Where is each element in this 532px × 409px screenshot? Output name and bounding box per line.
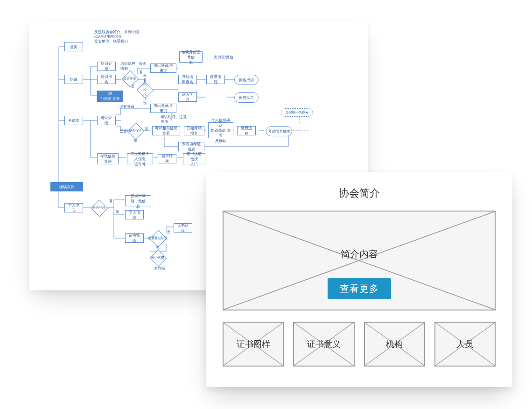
wireframe-sheet: 协会简介 简介内容 查看更多 证书图样 证书意义 机构 人员 — [206, 172, 512, 387]
exam-time-note: 考试时间、注意 事项 — [161, 115, 187, 124]
exam-show-result: 展示结果 — [158, 154, 176, 163]
training-signup: 培训报名 — [97, 75, 116, 84]
tile-org[interactable]: 机构 — [364, 322, 425, 367]
glyph-yes-1: 是 — [131, 84, 134, 89]
glyph-no-3: 否 — [109, 199, 112, 204]
glyph-yes-4: 是 — [167, 230, 170, 234]
tile-people[interactable]: 人员 — [434, 322, 496, 367]
note-top: 反洗钱协会简介、来到中国 ICAP证书的内容 监管单位、联系我们 — [94, 30, 139, 44]
exam-review: 查看填考证信息 — [178, 142, 204, 151]
tile-label: 人员 — [456, 338, 473, 350]
profile-cert-auth: 证书认证 — [174, 223, 192, 233]
glyph-yes-3: 是 — [116, 209, 119, 214]
profile-is-login: 是否登录 — [93, 202, 105, 213]
glyph-no-2: 否 — [145, 127, 148, 132]
training-enter-study: 进入学习 — [178, 92, 197, 102]
nav-training: 培训 — [64, 75, 83, 84]
nav-continuing: 继续教育 — [50, 182, 83, 191]
tile-label: 证书图样 — [237, 338, 270, 350]
profile-not-due: 未到期 — [154, 266, 165, 271]
training-popup-login: 弹出登录/注册页 — [150, 63, 176, 73]
tile-label: 机构 — [386, 338, 403, 350]
training-signup-ok: 报名成功 — [234, 75, 259, 85]
training-course-study: 课程学习 — [234, 92, 259, 103]
profile-is-cert: 是否通过认证 — [152, 233, 163, 244]
nav-profile: 个人中心 — [64, 203, 83, 212]
exam-serial: 生成唯一的序号 — [281, 108, 313, 117]
exam-has-signup: 是否报名 — [130, 125, 141, 136]
glyph-yes-2: 是 — [134, 138, 137, 143]
exam-verify-id: 二次验证个人信息 证件号 — [127, 153, 153, 164]
profile-need-renew: 是否续费 — [152, 252, 163, 263]
hero-label: 简介内容 — [341, 248, 378, 261]
exam-confirm: 个人信息确认 协议条款 查看 及确认 — [208, 122, 233, 138]
tile-cert-sample[interactable]: 证书图样 — [223, 322, 284, 367]
exam-not-logged: 没有登录 — [119, 105, 134, 109]
profile-cert-status: 证书状态 — [125, 233, 144, 243]
tile-cert-meaning[interactable]: 证书意义 — [293, 322, 354, 367]
training-start: 开始培训报名 — [178, 75, 197, 84]
tiles-row: 证书图样 证书意义 机构 人员 — [223, 322, 496, 367]
nav-home: 首页 — [64, 42, 83, 51]
training-intro: 培训介绍 — [97, 62, 116, 71]
exam-info-query: 考试信息查询 — [97, 153, 119, 164]
exam-info-view: 考试相关信息 查看 — [152, 126, 180, 135]
see-more-button[interactable]: 查看更多 — [328, 278, 391, 299]
tile-label: 证书意义 — [307, 338, 341, 350]
profile-info: 个人信息 — [125, 210, 144, 219]
training-pay-note: 支付宝/微信 — [214, 55, 233, 60]
exam-intro: 考试介绍 — [97, 116, 116, 125]
nav-exam: 考试页 — [64, 116, 83, 125]
exam-start-signup: 开始考试报名 — [184, 126, 204, 135]
exam-signup-ok: 考试报名成功 — [266, 126, 292, 136]
training-intro-note: 培训流程、报名 须知 — [120, 62, 147, 71]
training-is-login: 是否登录 — [124, 73, 135, 84]
hero-placeholder: 简介内容 查看更多 — [223, 211, 496, 310]
training-has-signed: 是否已经报过 功 — [139, 84, 150, 95]
wireframe-title: 协会简介 — [223, 186, 496, 200]
exam-popup-login: 弹出登录/注册页 — [150, 104, 176, 113]
training-mockexam: 模拟考试介绍 引流至 金事件 — [97, 91, 123, 102]
training-verify-id: 核实身份证号信 息 — [179, 51, 203, 63]
profile-only-title: 仅展示标题，无信 息 — [125, 195, 151, 206]
exam-payflow: 缴费流程 — [237, 126, 256, 135]
exam-cert-entry: 证书认证链接 入口 — [183, 153, 205, 164]
training-payflow: 缴费流程 — [206, 75, 225, 84]
